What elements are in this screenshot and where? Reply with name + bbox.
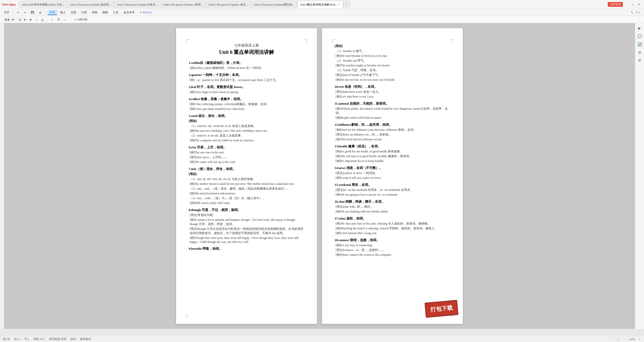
view-options-icon[interactable]: ⊞ bbox=[637, 49, 643, 55]
align-center-button[interactable]: ☰ bbox=[56, 17, 62, 22]
section-5-title: 5.send 送出，发出，动词。 bbox=[189, 114, 304, 118]
tab-tools[interactable]: 工具 bbox=[111, 10, 120, 15]
section-7-usage3: （3）mix ...with...（使）与......混（结）合（融入其中）。 bbox=[189, 196, 304, 200]
section-18-example1: [例]It's our way of connecting. bbox=[335, 243, 450, 247]
format-toolbar: 宋体 12 B I U ≡ ☰ ≡ ↕ 1.5倍行距 bbox=[0, 16, 644, 23]
zoom-out-button[interactable]: － bbox=[623, 337, 626, 341]
section-9-right: [用法] （1）breathe in 吸气。 [例]We need breath… bbox=[335, 44, 450, 82]
section-18: 18.connect 联结，连接，动词。 [例]It's our way of … bbox=[335, 238, 450, 257]
section-5-usage2: （2）send sb. to do sth. 派某人去做某事。 bbox=[189, 134, 304, 138]
comments-icon[interactable]: 💬 bbox=[637, 33, 643, 39]
corner-mark-tr bbox=[304, 39, 307, 42]
page-number: 第1页 bbox=[3, 337, 10, 341]
read-mode[interactable]: 兼容模式 bbox=[80, 337, 91, 341]
tab-ref[interactable]: 引用 bbox=[79, 10, 89, 15]
download-stamp[interactable]: 打包下载 bbox=[425, 300, 459, 318]
tab-2[interactable]: Unit 6 The power of plants 知识巩... bbox=[67, 1, 114, 8]
corner-mark-bl bbox=[186, 313, 189, 316]
left-panel bbox=[0, 23, 4, 329]
section-14-title: 14.news 消息，名词（不可数）。 bbox=[335, 166, 450, 170]
expand-right-icon[interactable]: ▶ bbox=[637, 25, 643, 31]
corner-mark-tl-r bbox=[332, 39, 335, 42]
align-left-button[interactable]: ≡ bbox=[50, 17, 55, 22]
section-8-usage-note: [用法]常放在句尾。 bbox=[189, 213, 304, 217]
undo-button[interactable]: ↩ bbox=[15, 10, 21, 15]
full-screen-icon[interactable]: ⛶ bbox=[617, 338, 620, 341]
section-9-example2: [例]The teacher taught us breathe out slo… bbox=[335, 63, 450, 68]
tab-3[interactable]: Unit 6 The power of plants大单元... bbox=[114, 1, 160, 8]
section-8: 8.though 可是，不过，然而，副词。 [用法]常放在句尾。 [例]It m… bbox=[189, 208, 304, 244]
drag-handle[interactable]: ⁞⁞ bbox=[179, 176, 180, 179]
tab-close-icon[interactable]: ✕ bbox=[338, 3, 340, 6]
section-10-example: [例]Let's take/have a rest, Lucy. bbox=[335, 95, 450, 99]
section-18-title: 18.connect 联结，连接，动词。 bbox=[335, 238, 450, 242]
section-16-usage: [用法]chat with...和......聊天。 bbox=[335, 205, 450, 209]
save-button[interactable]: 💾 bbox=[29, 10, 36, 15]
corner-mark-tr-r bbox=[450, 39, 453, 42]
title-right: 立即登录 ─ □ ✕ bbox=[608, 2, 641, 7]
track-changes-icon[interactable]: 🔄 bbox=[637, 41, 643, 47]
section-7-example2: [例]She mixed tomatoes and potatoes. bbox=[189, 191, 304, 196]
section-17-example3: [例]I feel relaxed after a long rest. bbox=[335, 231, 450, 235]
section-3-example: [例]Trees begin to have leaves in spring. bbox=[189, 90, 304, 94]
section-2-title: 2.quarter 一刻钟，十五分钟，名词。 bbox=[189, 73, 304, 77]
redo-button[interactable]: ↪ bbox=[22, 10, 28, 15]
print-button[interactable]: 🖨 bbox=[37, 10, 43, 15]
maximize-button[interactable]: □ bbox=[631, 3, 635, 7]
section-7-usage-label: [用法] bbox=[189, 172, 304, 176]
word-count: 字数:1071 bbox=[33, 337, 45, 341]
section-9-usage-label: [用法] bbox=[335, 44, 450, 48]
section-13: 13.health 健康（状况），名词。 [例]It's good for ou… bbox=[335, 144, 450, 163]
spelling-check[interactable]: 拼写检查:关闭 bbox=[49, 337, 66, 341]
close-button[interactable]: ✕ bbox=[637, 3, 641, 7]
settings-icon[interactable]: ⚙ bbox=[637, 57, 643, 63]
section-17: 17.relax 放松，动词。 [例]We chat and relax in … bbox=[335, 216, 450, 235]
section-6-title: 6.rise 升高，上升，动词。 bbox=[189, 145, 304, 150]
sep4 bbox=[70, 18, 70, 22]
tab-member[interactable]: 会员专享 bbox=[122, 10, 137, 15]
tab-start[interactable]: 开始 bbox=[48, 10, 57, 15]
zoom-in-button[interactable]: ＋ bbox=[638, 337, 641, 341]
tab-view[interactable]: 视图 bbox=[100, 10, 110, 15]
section-8-title: 8.though 可是，不过，然而，副词。 bbox=[189, 208, 304, 212]
page-title: Unit 6 重点单词用法讲解 bbox=[189, 49, 304, 56]
font-selector[interactable]: 宋体 bbox=[2, 17, 15, 22]
italic-button[interactable]: I bbox=[34, 17, 39, 22]
tab-1[interactable]: 2024-2025学年外研版 (2024) 七年... bbox=[19, 1, 67, 8]
tab-6[interactable]: Unit 6 The power of plants课文知... bbox=[251, 1, 297, 8]
wps-ai-button[interactable]: ✦ WPS AI bbox=[138, 10, 154, 15]
status-right: 📄 ⛶ － 120% ＋ bbox=[611, 337, 641, 341]
section-5-usage1: （1）send sb. sth.=send sth. to sb. 给某人发送某… bbox=[189, 124, 304, 128]
section-12-usage: [用法]have an influence on ...对......有影响。 bbox=[335, 133, 450, 137]
line-spacing-button[interactable]: ↕ 1.5倍行距 bbox=[72, 17, 89, 22]
search-bar[interactable]: 🔍 搜索 bbox=[628, 10, 642, 15]
section-13-example3: [例]It's important for us to keep healthy… bbox=[335, 159, 450, 163]
status-bar: 第1页 共1/3 节:1 字数:1071 拼写检查:关闭 校对 兼容模式 📄 ⛶… bbox=[0, 336, 644, 342]
tab-page[interactable]: 页面 bbox=[69, 10, 78, 15]
underline-button[interactable]: U bbox=[40, 17, 45, 22]
align-check[interactable]: 校对 bbox=[70, 337, 76, 341]
section-3-title: 3.leaf 叶子，名词。复数形式是 leaves。 bbox=[189, 85, 304, 89]
file-menu[interactable]: 文件 bbox=[2, 10, 11, 15]
tab-add-button[interactable]: + bbox=[343, 1, 350, 8]
align-right-button[interactable]: ≡ bbox=[63, 17, 68, 22]
minimize-button[interactable]: ─ bbox=[625, 3, 629, 7]
section-6: 6.rise 升高，上升，动词。 [例]The sun rises in the… bbox=[189, 145, 304, 164]
bold-button[interactable]: B bbox=[28, 17, 33, 22]
separator bbox=[13, 11, 13, 15]
section-8-example2: [例]Though they were poor, they were stil… bbox=[189, 236, 304, 244]
section-6-example2: [例]The water will rise up to the Leaf. bbox=[189, 160, 304, 164]
tab-5[interactable]: Unit 6 The power of plants--单元... bbox=[206, 1, 251, 8]
tab-review[interactable]: 审阅 bbox=[90, 10, 99, 15]
page-left: ⁞⁞ 七年级英语上册 Unit 6 重点单词用法讲解 1.within在（建筑或… bbox=[176, 28, 317, 324]
section-5: 5.send 送出，发出，动词。 [用法] （1）send sb. sth.=s… bbox=[189, 114, 304, 143]
font-size-selector[interactable]: 12 bbox=[16, 17, 27, 22]
tab-4[interactable]: Unit 6 The power of plants--单词... bbox=[160, 1, 205, 8]
section-15-title: 15.weekend 周末，名词。 bbox=[335, 183, 450, 187]
section-15-example: [例]We are going to have a picnic on / at… bbox=[335, 193, 450, 197]
view-mode-icon[interactable]: 📄 bbox=[611, 337, 614, 341]
login-button[interactable]: 立即登录 bbox=[608, 2, 623, 7]
tab-7-active[interactable]: Unit 6重点单词用法讲解2024... ✕ bbox=[298, 1, 343, 8]
tab-insert[interactable]: 插入 bbox=[58, 10, 68, 15]
section-10: 10.rest 休息（时间），名词。 [用法]take/have a rest … bbox=[335, 84, 450, 99]
